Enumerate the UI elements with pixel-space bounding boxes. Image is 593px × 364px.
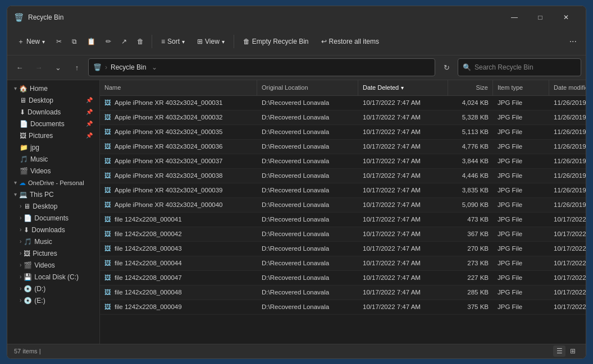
file-icon: 🖼 — [104, 187, 111, 193]
table-row[interactable]: 🖼 Apple iPhone XR 4032x3024_000035 D:\Re… — [100, 125, 586, 140]
table-row[interactable]: 🖼 file 1242x2208_000043 D:\Recovered Lon… — [100, 242, 586, 256]
addressbar: ← → ⌄ ↑ 🗑️ › Recycle Bin ⌄ ↻ 🔍 Search Re… — [7, 56, 586, 80]
address-box[interactable]: 🗑️ › Recycle Bin ⌄ — [88, 58, 435, 76]
sidebar-item-jpg[interactable]: 📁 jpg — [10, 142, 97, 153]
address-recycle-icon: 🗑️ — [93, 63, 102, 71]
sort-button[interactable]: ≡ Sort ▾ — [156, 34, 190, 49]
table-row[interactable]: 🖼 file 1242x2208_000042 D:\Recovered Lon… — [100, 227, 586, 242]
minimize-button[interactable]: — — [501, 6, 527, 29]
restore-label: Restore all items — [329, 38, 379, 45]
file-name: file 1242x2208_000044 — [115, 260, 182, 266]
list-view-button[interactable]: ☰ — [553, 345, 565, 357]
table-row[interactable]: 🖼 file 1242x2208_000041 D:\Recovered Lon… — [100, 213, 586, 227]
recent-button[interactable]: ⌄ — [50, 59, 66, 75]
copy-button[interactable]: ⧉ — [67, 34, 81, 49]
file-icon: 🖼 — [104, 114, 111, 121]
restore-all-button[interactable]: ↩ Restore all items — [316, 34, 385, 49]
more-options-button[interactable]: ··· — [565, 33, 581, 50]
file-date-deleted: 10/17/2022 7:47 AM — [358, 260, 448, 266]
table-row[interactable]: 🖼 Apple iPhone XR 4032x3024_000036 D:\Re… — [100, 140, 586, 154]
rename-button[interactable]: ✏ — [101, 34, 116, 49]
col-header-name[interactable]: Name — [100, 80, 257, 95]
sidebar-item-thispc-downloads[interactable]: › ⬇ Downloads — [10, 224, 97, 236]
file-date-deleted: 10/17/2022 7:47 AM — [358, 128, 448, 135]
file-type: JPG File — [493, 172, 549, 179]
file-date-deleted: 10/17/2022 7:47 AM — [358, 274, 448, 281]
table-row[interactable]: 🖼 Apple iPhone XR 4032x3024_000040 D:\Re… — [100, 198, 586, 213]
sidebar-item-thispc-videos[interactable]: › 🎬 Videos — [10, 260, 97, 271]
close-button[interactable]: ✕ — [553, 6, 579, 29]
sidebar-item-onedrive[interactable]: ▾ ☁ OneDrive - Personal — [10, 177, 97, 188]
col-header-modified[interactable]: Date modified — [549, 80, 586, 95]
file-name: Apple iPhone XR 4032x3024_000036 — [115, 143, 222, 150]
file-name: Apple iPhone XR 4032x3024_000039 — [115, 187, 222, 193]
onedrive-chevron-icon: ▾ — [14, 179, 17, 186]
file-date-modified: 10/17/2022 7:24 AM — [549, 260, 586, 266]
file-size: 5,328 KB — [448, 114, 493, 121]
file-size: 273 KB — [448, 260, 493, 266]
col-size-label: Size — [476, 84, 488, 91]
file-date-modified: 10/17/2022 7:24 AM — [549, 216, 586, 223]
sidebar-item-thispc-music[interactable]: › 🎵 Music — [10, 236, 97, 247]
sidebar-item-thispc-desktop[interactable]: › 🖥 Desktop — [10, 201, 97, 212]
view-button[interactable]: ⊞ View ▾ — [191, 34, 230, 49]
table-row[interactable]: 🖼 Apple iPhone XR 4032x3024_000038 D:\Re… — [100, 169, 586, 183]
sort-chevron-icon: ▾ — [182, 39, 185, 45]
file-date-modified: 11/26/2019 11:22 AM — [549, 128, 586, 135]
file-icon: 🖼 — [104, 260, 111, 266]
refresh-button[interactable]: ↻ — [439, 59, 454, 75]
sidebar-item-thispc[interactable]: ▾ 💻 This PC — [10, 189, 97, 200]
thispc-docs-chevron-icon: › — [20, 215, 21, 221]
forward-button[interactable]: → — [31, 59, 47, 75]
address-down-icon[interactable]: ⌄ — [152, 63, 157, 71]
table-row[interactable]: 🖼 Apple iPhone XR 4032x3024_000037 D:\Re… — [100, 154, 586, 169]
file-icon: 🖼 — [104, 128, 111, 135]
search-box[interactable]: 🔍 Search Recycle Bin — [458, 58, 581, 76]
item-count: 57 items | — [14, 348, 41, 354]
sidebar-item-thispc-documents[interactable]: › 📄 Documents — [10, 213, 97, 224]
table-row[interactable]: 🖼 Apple iPhone XR 4032x3024_000031 D:\Re… — [100, 96, 586, 110]
table-row[interactable]: 🖼 Apple iPhone XR 4032x3024_000039 D:\Re… — [100, 183, 586, 198]
table-row[interactable]: 🖼 Apple iPhone XR 4032x3024_000032 D:\Re… — [100, 110, 586, 125]
sidebar-item-d-drive[interactable]: › 💿 (D:) — [10, 283, 97, 294]
sidebar-item-desktop[interactable]: 🖥 Desktop 📌 — [10, 95, 97, 106]
table-row[interactable]: 🖼 file 1242x2208_000049 D:\Recovered Lon… — [100, 300, 586, 315]
paste-button[interactable]: 📋 — [83, 34, 100, 49]
back-button[interactable]: ← — [12, 59, 28, 75]
file-date-deleted: 10/17/2022 7:47 AM — [358, 187, 448, 193]
file-location: D:\Recovered Lonavala — [257, 187, 358, 193]
maximize-button[interactable]: □ — [527, 6, 553, 29]
col-header-location[interactable]: Original Location — [257, 80, 358, 95]
cut-button[interactable]: ✂ — [52, 34, 66, 49]
file-size: 227 KB — [448, 274, 493, 281]
grid-view-button[interactable]: ⊞ — [567, 345, 579, 357]
col-header-type[interactable]: Item type — [493, 80, 549, 95]
thispc-music-chevron-icon: › — [20, 238, 21, 245]
sidebar-item-documents[interactable]: 📄 Documents 📌 — [10, 118, 97, 130]
up-button[interactable]: ↑ — [69, 59, 85, 75]
path-separator: › — [105, 63, 107, 71]
sidebar-item-downloads[interactable]: ⬇ Downloads 📌 — [10, 107, 97, 118]
videos-label: Videos — [30, 167, 51, 175]
sidebar-item-videos[interactable]: 🎬 Videos — [10, 165, 97, 177]
file-date-modified: 10/17/2022 7:24 AM — [549, 245, 586, 252]
table-row[interactable]: 🖼 file 1242x2208_000044 D:\Recovered Lon… — [100, 256, 586, 271]
share-button[interactable]: ↗ — [117, 34, 131, 49]
empty-recycle-button[interactable]: 🗑 Empty Recycle Bin — [238, 34, 314, 49]
rename-icon: ✏ — [106, 38, 111, 45]
delete-button[interactable]: 🗑 — [133, 34, 148, 49]
col-header-size[interactable]: Size — [448, 80, 493, 95]
file-location: D:\Recovered Lonavala — [257, 216, 358, 223]
file-date-deleted: 10/17/2022 7:47 AM — [358, 303, 448, 310]
sidebar-item-music[interactable]: 🎵 Music — [10, 154, 97, 165]
new-button[interactable]: ＋ New ▾ — [12, 34, 51, 50]
table-row[interactable]: 🖼 file 1242x2208_000048 D:\Recovered Lon… — [100, 285, 586, 300]
sidebar-item-thispc-pictures[interactable]: › 🖼 Pictures — [10, 248, 97, 259]
sidebar-item-pictures[interactable]: 🖼 Pictures 📌 — [10, 130, 97, 141]
sidebar-item-e-drive[interactable]: › 💿 (E:) — [10, 295, 97, 306]
sidebar-item-home[interactable]: ▾ 🏠 Home — [10, 83, 97, 94]
table-row[interactable]: 🖼 file 1242x2208_000047 D:\Recovered Lon… — [100, 271, 586, 285]
file-location: D:\Recovered Lonavala — [257, 172, 358, 179]
col-header-date[interactable]: Date Deleted ▾ — [358, 80, 448, 95]
sidebar-item-localdisk[interactable]: › 💾 Local Disk (C:) — [10, 271, 97, 283]
